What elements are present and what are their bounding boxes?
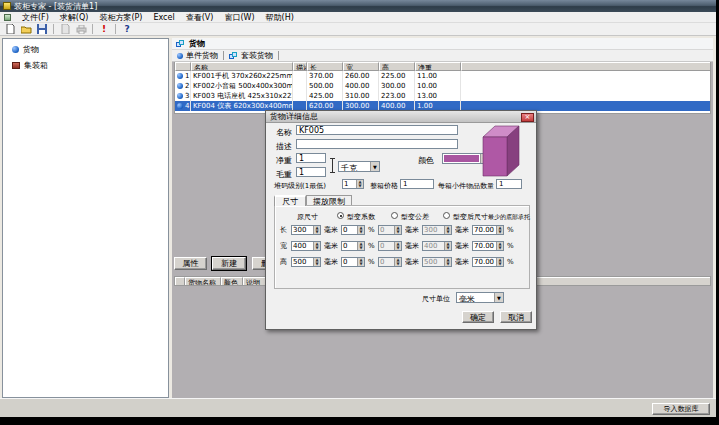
tree-item-container[interactable]: 集装箱: [3, 60, 168, 71]
close-icon[interactable]: ×: [521, 113, 534, 122]
unit-mm: 毫米: [324, 241, 338, 251]
dialog-title-bar[interactable]: 货物详细信息: [266, 111, 536, 123]
menu-file[interactable]: 文件(F): [22, 12, 49, 23]
dimensions-group: 原尺寸 型变系数 型变公差 型变后尺寸 最少的底部承托 长 300▲▼ 毫米 0…: [274, 205, 530, 289]
col-netweight[interactable]: 净重: [415, 62, 461, 71]
save-icon[interactable]: [36, 24, 48, 35]
orig-height-spinner[interactable]: 500▲▼: [291, 257, 321, 267]
cell-height: 225.00: [379, 71, 415, 81]
table-row[interactable]: 1 KF001手机 370x260x225mm 24个装 370.00 260.…: [175, 71, 710, 81]
menu-window[interactable]: 窗口(W): [224, 12, 254, 23]
col-color[interactable]: 颜色: [221, 277, 243, 285]
col-cargo-name[interactable]: 货物名称: [185, 277, 221, 285]
dim-label: 长: [280, 225, 288, 235]
unit-mm: 毫米: [455, 257, 469, 267]
name-input[interactable]: [296, 125, 458, 135]
coef-height-spinner[interactable]: 0▲▼: [341, 257, 365, 267]
dim-row-width: 宽 400▲▼ 毫米 0▲▼ % 0▲▼ 毫米 400▲▼ 毫米 70.00▲▼…: [280, 241, 514, 251]
navigation-tree: 货物 集装箱: [2, 38, 169, 398]
unit-mm: 毫米: [324, 225, 338, 235]
items-per-box-input[interactable]: [496, 179, 522, 189]
size-unit-select[interactable]: 毫米 ▼: [456, 292, 504, 303]
desc-input[interactable]: [296, 139, 458, 149]
tree-item-cargo[interactable]: 货物: [3, 44, 168, 55]
tolerance-width-spinner: 0▲▼: [378, 241, 402, 251]
new-file-icon[interactable]: [4, 24, 16, 35]
chevron-down-icon[interactable]: ▼: [370, 162, 379, 171]
tab-set-cargo[interactable]: 套装货物: [229, 50, 273, 61]
import-database-button[interactable]: 导入数据库: [652, 403, 710, 415]
gross-weight-input[interactable]: [296, 167, 326, 177]
cell-width: 260.00: [343, 71, 379, 81]
col-width[interactable]: 宽: [343, 62, 379, 71]
items-per-box-label: 每箱小件物品数量: [438, 181, 494, 191]
cell-name: KF001手机 370x260x225mm 24个装: [191, 71, 293, 81]
percent-sign: %: [368, 258, 375, 266]
menu-view[interactable]: 查看(V): [186, 12, 214, 23]
tab-single-cargo[interactable]: 单件货物: [177, 50, 218, 61]
menu-excel[interactable]: Excel: [153, 13, 174, 22]
ok-button[interactable]: 确定: [462, 311, 494, 323]
net-weight-input[interactable]: [296, 153, 326, 163]
box-price-input[interactable]: [400, 179, 434, 189]
cargo-3d-preview: [478, 123, 526, 179]
dialog-title: 货物详细信息: [270, 111, 318, 122]
spinner-buttons[interactable]: ▲▼: [356, 180, 363, 188]
stack-level-spinner[interactable]: 1 ▲▼: [342, 179, 364, 189]
col-height[interactable]: 高: [379, 62, 415, 71]
boxes-icon: [229, 52, 238, 60]
menu-plan[interactable]: 装柜方案(P): [99, 12, 142, 23]
cell-name: KF002小音箱 500x400x300mm-12个装: [191, 81, 293, 91]
row-number: 2: [185, 82, 189, 90]
col-length[interactable]: 长: [307, 62, 343, 71]
percent-sign: %: [507, 242, 514, 250]
open-folder-icon[interactable]: [20, 24, 32, 35]
name-label: 名称: [276, 127, 292, 138]
radio-deform-tolerance[interactable]: [391, 212, 398, 219]
support-length-spinner[interactable]: 70.00▲▼: [472, 225, 504, 235]
support-width-spinner[interactable]: 70.00▲▼: [472, 241, 504, 251]
col-name[interactable]: 名称: [191, 62, 293, 71]
radio-deform-coef[interactable]: [337, 212, 344, 219]
weight-link-line: [332, 158, 333, 173]
unit-mm: 毫米: [455, 225, 469, 235]
weight-unit-select[interactable]: 千克 ▼: [338, 161, 380, 172]
cell-width: 400.00: [343, 81, 379, 91]
coef-length-spinner[interactable]: 0▲▼: [341, 225, 365, 235]
sphere-icon: [177, 53, 183, 59]
table-row[interactable]: 3 KF003 电话座机 425x310x223mm 20个装 425.00 3…: [175, 91, 710, 101]
orig-width-spinner[interactable]: 400▲▼: [291, 241, 321, 251]
tab-dimensions[interactable]: 尺寸: [274, 195, 306, 206]
item-sphere-icon: [177, 103, 183, 109]
col-desc[interactable]: 描述: [293, 62, 307, 71]
solve-icon[interactable]: !: [98, 24, 110, 35]
new-button[interactable]: 新建: [212, 257, 246, 270]
item-sphere-icon: [177, 83, 183, 89]
cell-netweight: 13.00: [415, 91, 461, 101]
tolerance-length-spinner: 0▲▼: [378, 225, 402, 235]
cancel-button[interactable]: 取消: [500, 311, 532, 323]
deform-tolerance-label: 型变公差: [401, 212, 429, 222]
cell-width: 310.00: [343, 91, 379, 101]
spinner-value: 1: [343, 180, 356, 188]
menu-solve[interactable]: 求解(Q): [60, 12, 89, 23]
coef-width-spinner[interactable]: 0▲▼: [341, 241, 365, 251]
orig-length-spinner[interactable]: 300▲▼: [291, 225, 321, 235]
deform-coef-label: 型变系数: [347, 212, 375, 222]
chevron-down-icon[interactable]: ▼: [494, 293, 503, 302]
cargo-table-header: 名称 描述 长 宽 高 净重: [175, 62, 710, 71]
color-swatch: [444, 155, 479, 162]
bottom-strip: 导入数据库: [0, 398, 716, 417]
dim-row-length: 长 300▲▼ 毫米 0▲▼ % 0▲▼ 毫米 300▲▼ 毫米 70.00▲▼…: [280, 225, 514, 235]
tolerance-height-spinner: 0▲▼: [378, 257, 402, 267]
help-icon[interactable]: ?: [121, 24, 133, 35]
radio-deformed-size[interactable]: [443, 212, 450, 219]
min-bottom-support-label: 最少的底部承托: [488, 213, 530, 222]
properties-button[interactable]: 属性: [174, 257, 207, 270]
support-height-spinner[interactable]: 70.00▲▼: [472, 257, 504, 267]
deformed-width-spinner: 400▲▼: [422, 241, 452, 251]
cell-desc: [293, 81, 307, 91]
menu-help[interactable]: 帮助(H): [266, 12, 294, 23]
box-price-label: 整箱价格: [370, 181, 398, 191]
table-row[interactable]: 2 KF002小音箱 500x400x300mm-12个装 500.00 400…: [175, 81, 710, 91]
